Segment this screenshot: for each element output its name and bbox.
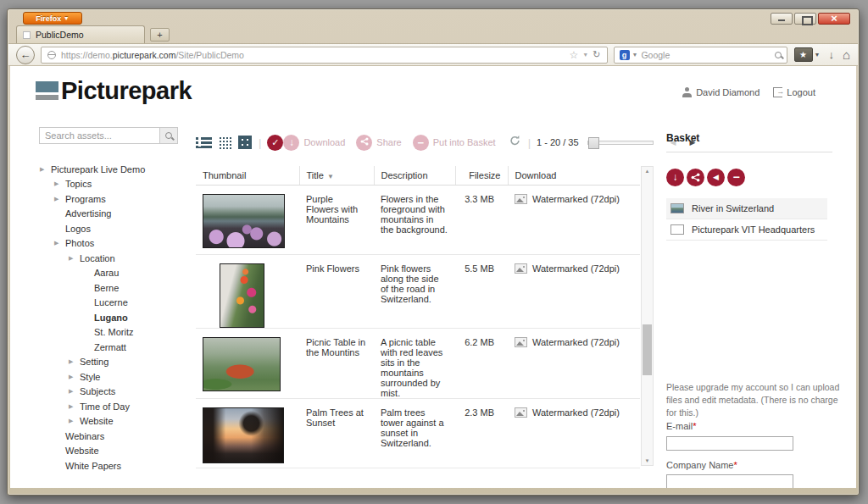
column-download[interactable]: Download xyxy=(508,166,640,186)
sidebar-item-lucerne[interactable]: Lucerne xyxy=(39,296,193,311)
table-row[interactable]: Picnic Table in the Mountins A picnic ta… xyxy=(196,329,640,399)
expand-arrow-icon[interactable] xyxy=(54,196,63,202)
downloads-icon[interactable]: ↓ xyxy=(828,48,834,61)
sidebar-item-style[interactable]: Style xyxy=(39,369,193,385)
asset-search-row xyxy=(39,127,193,144)
download-icon[interactable]: ↓ xyxy=(283,135,299,151)
company-name-field[interactable] xyxy=(666,474,793,488)
home-icon[interactable]: ⌂ xyxy=(843,47,850,62)
sidebar-item-zermatt[interactable]: Zermatt xyxy=(39,340,193,355)
sidebar-item-photos[interactable]: Photos xyxy=(39,236,193,252)
table-row[interactable]: Pink Flowers Pink flowers along the side… xyxy=(196,255,640,329)
bookmark-star-icon[interactable]: ☆ xyxy=(570,49,579,61)
chevron-down-icon[interactable]: ▼ xyxy=(815,52,821,58)
results-area: | ✓ ↓ Download Share − Put into Basket |… xyxy=(196,132,642,468)
sidebar-item-website-photos[interactable]: Website xyxy=(39,414,193,429)
asset-thumbnail[interactable] xyxy=(220,263,264,328)
email-field[interactable] xyxy=(666,436,793,451)
expand-arrow-icon[interactable] xyxy=(69,403,77,410)
column-filesize[interactable]: Filesize xyxy=(455,166,508,186)
download-link[interactable]: Watermarked (72dpi) xyxy=(515,337,633,347)
table-row[interactable]: Palm Trees at Sunset Palm trees tower ag… xyxy=(196,399,640,468)
picturepark-logo[interactable]: Picturepark xyxy=(36,79,192,103)
expand-arrow-icon[interactable] xyxy=(40,166,48,173)
sidebar-item-berne[interactable]: Berne xyxy=(39,280,193,296)
basket-item[interactable]: River in Switzerland xyxy=(666,198,827,219)
sidebar-item-white-papers[interactable]: White Papers xyxy=(39,458,193,474)
basket-remove-icon[interactable]: − xyxy=(727,169,745,186)
asset-thumbnail[interactable] xyxy=(203,407,284,463)
sidebar-item-location[interactable]: Location xyxy=(39,251,193,266)
expand-arrow-icon[interactable] xyxy=(69,374,77,380)
bookmarks-button[interactable]: ★ xyxy=(794,47,813,62)
sidebar-item-time-of-day[interactable]: Time of Day xyxy=(39,399,193,414)
logout-link[interactable]: Logout xyxy=(787,87,815,97)
asset-thumbnail[interactable] xyxy=(203,337,281,391)
refresh-icon[interactable] xyxy=(509,135,521,150)
browser-search-input[interactable] xyxy=(641,50,774,60)
put-into-basket-icon[interactable]: − xyxy=(413,135,429,151)
search-icon[interactable] xyxy=(775,52,782,58)
expand-arrow-icon[interactable] xyxy=(69,388,77,395)
share-icon[interactable] xyxy=(356,135,372,151)
download-link[interactable]: Watermarked (72dpi) xyxy=(515,407,633,418)
select-all-button[interactable]: ✓ xyxy=(267,135,283,151)
expand-arrow-icon[interactable] xyxy=(54,240,63,246)
share-button[interactable]: Share xyxy=(376,137,401,147)
browser-search-box[interactable]: ▼ xyxy=(614,47,787,64)
asset-search-input[interactable] xyxy=(39,127,160,144)
chevron-down-icon[interactable]: ▼ xyxy=(582,52,588,58)
url-bar[interactable]: https://demo.picturepark.com/Site/Public… xyxy=(41,47,608,64)
sidebar-item-aarau[interactable]: Aarau xyxy=(39,266,193,281)
table-row[interactable]: Purple Flowers with Mountains Flowers in… xyxy=(196,186,640,255)
minimize-button[interactable] xyxy=(771,13,793,25)
column-thumbnail[interactable]: Thumbnail xyxy=(196,166,299,186)
sidebar-item-st-moritz[interactable]: St. Moritz xyxy=(39,325,193,341)
sidebar-item-picturepark-live-demo[interactable]: Picturepark Live Demo xyxy=(39,162,193,177)
back-button[interactable]: ← xyxy=(16,46,35,64)
sidebar-item-logos[interactable]: Logos xyxy=(39,221,193,236)
asset-title: Pink Flowers xyxy=(299,255,374,329)
google-icon xyxy=(620,50,630,60)
column-description[interactable]: Description xyxy=(374,166,455,186)
asset-thumbnail[interactable] xyxy=(203,194,285,248)
column-title[interactable]: Title▼ xyxy=(299,166,374,186)
expand-arrow-icon[interactable] xyxy=(69,255,77,262)
page-slider[interactable] xyxy=(587,141,654,145)
chevron-down-icon[interactable]: ▼ xyxy=(632,52,638,58)
sidebar-item-webinars[interactable]: Webinars xyxy=(39,429,193,444)
sidebar-item-setting[interactable]: Setting xyxy=(39,355,193,370)
sidebar-item-programs[interactable]: Programs xyxy=(39,191,193,207)
download-link[interactable]: Watermarked (72dpi) xyxy=(515,194,633,204)
download-link[interactable]: Watermarked (72dpi) xyxy=(515,263,633,274)
expand-arrow-icon[interactable] xyxy=(69,358,77,365)
large-grid-view-icon[interactable] xyxy=(238,136,252,149)
asset-search-button[interactable] xyxy=(160,127,178,144)
scrollbar-thumb[interactable] xyxy=(643,324,652,375)
download-button[interactable]: Download xyxy=(303,137,345,147)
put-into-basket-button[interactable]: Put into Basket xyxy=(433,137,496,147)
results-scrollbar[interactable]: ▲ ▼ xyxy=(641,166,654,466)
slider-handle[interactable] xyxy=(588,137,599,149)
reload-icon[interactable]: ↻ xyxy=(593,49,600,60)
small-grid-view-icon[interactable] xyxy=(219,136,231,149)
tab-publicdemo[interactable]: PublicDemo xyxy=(16,25,145,43)
expand-arrow-icon[interactable] xyxy=(54,180,63,187)
firefox-menu-button[interactable]: Firefox ▼ xyxy=(23,12,82,25)
sidebar-item-website[interactable]: Website xyxy=(39,444,193,459)
sidebar-item-subjects[interactable]: Subjects xyxy=(39,385,193,400)
expand-arrow-icon[interactable] xyxy=(69,418,77,424)
basket-download-icon[interactable]: ↓ xyxy=(666,169,684,186)
basket-send-icon[interactable]: ◀ xyxy=(707,169,725,186)
list-view-icon[interactable] xyxy=(196,137,212,148)
sidebar-item-topics[interactable]: Topics xyxy=(39,177,193,192)
sidebar-item-lugano[interactable]: Lugano xyxy=(39,310,193,325)
close-button[interactable] xyxy=(818,13,850,25)
scroll-up-icon[interactable]: ▲ xyxy=(642,169,653,174)
maximize-button[interactable] xyxy=(794,13,816,25)
sidebar-item-advertising[interactable]: Advertising xyxy=(39,207,193,222)
basket-item[interactable]: Picturepark VIT Headquarters xyxy=(666,219,827,241)
scroll-down-icon[interactable]: ▼ xyxy=(642,458,653,463)
new-tab-button[interactable]: + xyxy=(150,28,170,42)
basket-share-icon[interactable] xyxy=(687,169,704,186)
